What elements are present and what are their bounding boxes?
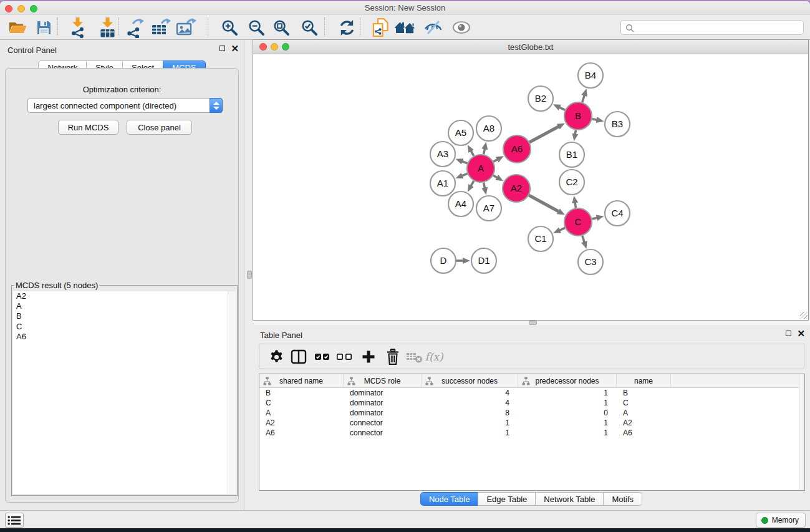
table-row[interactable]: Cdominator41C [259, 398, 804, 408]
search-field[interactable] [620, 20, 804, 35]
graph-node-D[interactable]: D [431, 248, 456, 273]
graph-node-C1[interactable]: C1 [528, 226, 553, 251]
tab-edge-table[interactable]: Edge Table [478, 492, 536, 506]
column-header-successor-nodes[interactable]: successor nodes [422, 374, 518, 388]
deselect-all-icon[interactable] [334, 347, 355, 366]
column-header-MCDS-role[interactable]: MCDS role [344, 374, 422, 388]
export-network-icon[interactable] [123, 17, 146, 38]
save-icon[interactable] [32, 17, 55, 38]
mcds-result-item[interactable]: A [13, 301, 236, 311]
column-header-predecessor-nodes[interactable]: predecessor nodes [518, 374, 617, 388]
add-icon[interactable] [358, 347, 379, 366]
graph-node-B[interactable]: B [564, 102, 592, 130]
graph-node-A3[interactable]: A3 [430, 142, 455, 167]
zoom-fit-icon[interactable] [270, 17, 292, 38]
refresh-icon[interactable] [335, 17, 358, 38]
dropdown-stepper-icon[interactable] [210, 98, 223, 113]
scrollbar-track[interactable] [228, 291, 236, 494]
show-details-icon[interactable] [450, 17, 473, 38]
graph-edge-B-B2[interactable] [559, 107, 565, 110]
columns-icon[interactable] [288, 347, 309, 366]
table-row[interactable]: Adominator80A [259, 408, 804, 418]
graph-node-A2[interactable]: A2 [503, 175, 530, 202]
close-panel-button[interactable]: Close panel [127, 120, 192, 135]
hide-details-icon[interactable] [422, 17, 444, 38]
tab-motifs[interactable]: Motifs [603, 492, 642, 506]
run-mcds-button[interactable]: Run MCDS [58, 120, 118, 135]
graph-edge-A-A8[interactable] [484, 148, 485, 154]
zoom-in-icon[interactable] [218, 17, 241, 38]
task-history-button[interactable] [5, 513, 24, 528]
graph-edge-C-C4[interactable] [592, 218, 597, 219]
search-input[interactable] [636, 21, 799, 34]
delete-icon[interactable] [382, 347, 403, 366]
duplicate-network-icon[interactable] [369, 17, 392, 38]
table-row[interactable]: Bdominator41B [259, 388, 804, 398]
graph-node-B1[interactable]: B1 [559, 142, 584, 167]
tab-network-table[interactable]: Network Table [535, 492, 604, 506]
close-panel-icon[interactable]: ✕ [797, 330, 805, 337]
memory-button[interactable]: Memory [756, 513, 806, 528]
column-header-shared-name[interactable]: shared name [259, 374, 344, 388]
mcds-result-item[interactable]: A6 [13, 332, 236, 342]
graph-edge-A-A7[interactable] [484, 183, 485, 189]
graph-node-C2[interactable]: C2 [559, 170, 584, 195]
graph-node-B2[interactable]: B2 [528, 86, 553, 111]
home-icon[interactable] [394, 17, 417, 38]
graph-edge-C-C1[interactable] [559, 228, 565, 230]
scrollbar-track[interactable] [799, 374, 804, 490]
graph-edge-B-B1[interactable] [575, 130, 576, 135]
close-panel-icon[interactable]: ✕ [231, 45, 239, 52]
vertical-split-divider[interactable] [244, 40, 253, 510]
graph-node-A1[interactable]: A1 [430, 171, 455, 196]
column-header-name[interactable]: name [617, 374, 671, 388]
graph-node-A8[interactable]: A8 [476, 116, 501, 141]
tab-node-table[interactable]: Node Table [420, 492, 479, 506]
graph-node-C[interactable]: C [564, 208, 592, 236]
graph-edge-A-A4[interactable] [471, 181, 474, 186]
graph-node-A7[interactable]: A7 [476, 196, 501, 221]
graph-node-A[interactable]: A [467, 155, 494, 182]
graph-edge-A6-B[interactable] [529, 126, 559, 142]
mcds-result-item[interactable]: A2 [13, 291, 236, 301]
graph-edge-A-A3[interactable] [461, 161, 468, 163]
graph-node-D1[interactable]: D1 [471, 248, 496, 273]
graph-node-C3[interactable]: C3 [578, 249, 603, 274]
graph-edge-A-A6[interactable] [493, 159, 498, 162]
resize-grip[interactable] [800, 312, 808, 319]
network-canvas[interactable]: AA1A2A3A4A5A6A7A8BB1B2B3B4CC1C2C3C4DD1 [253, 54, 808, 320]
criterion-dropdown[interactable]: largest connected component (directed) [27, 98, 223, 113]
table-row[interactable]: A6connector11A6 [259, 428, 804, 438]
select-all-icon[interactable] [312, 347, 333, 366]
graph-node-C4[interactable]: C4 [605, 201, 630, 226]
divider-handle[interactable] [247, 271, 252, 279]
graph-edge-A-A5[interactable] [471, 150, 474, 156]
import-table-icon[interactable] [96, 17, 118, 38]
graph-edge-C-C3[interactable] [582, 236, 585, 243]
export-table-icon[interactable] [150, 17, 172, 38]
float-panel-icon[interactable] [786, 331, 791, 336]
graph-edge-A-A1[interactable] [461, 173, 468, 176]
graph-node-B3[interactable]: B3 [605, 112, 630, 137]
graph-edge-C-C2[interactable] [575, 202, 576, 208]
graph-node-A6[interactable]: A6 [503, 135, 531, 163]
horizontal-split-divider[interactable] [253, 321, 810, 325]
settings-gear-icon[interactable] [266, 347, 287, 366]
graph-node-A4[interactable]: A4 [448, 191, 473, 216]
table-row[interactable]: A2connector11A2 [259, 418, 804, 428]
mcds-result-item[interactable]: B [13, 311, 236, 321]
graph-edge-A-A2[interactable] [493, 175, 498, 178]
open-folder-icon[interactable] [6, 17, 29, 38]
export-image-icon[interactable] [175, 17, 197, 38]
graph-edge-A2-C[interactable] [529, 195, 559, 212]
float-panel-icon[interactable] [219, 46, 225, 51]
zoom-selected-icon[interactable] [298, 17, 321, 38]
import-network-icon[interactable] [66, 17, 89, 38]
mcds-result-item[interactable]: C [13, 322, 236, 332]
divider-handle[interactable] [529, 321, 537, 325]
zoom-out-icon[interactable] [245, 17, 268, 38]
graph-edge-B-B4[interactable] [582, 95, 585, 102]
graph-node-B4[interactable]: B4 [578, 63, 603, 88]
graph-edge-B-B3[interactable] [592, 119, 598, 120]
graph-node-A5[interactable]: A5 [448, 120, 473, 145]
